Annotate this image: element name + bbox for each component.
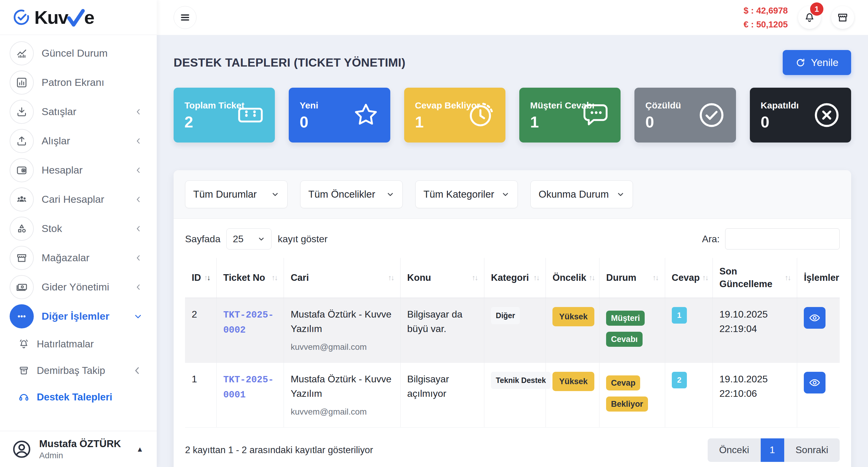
sidebar-subitem-destek-talepleri[interactable]: Destek Talepleri bbox=[0, 384, 157, 410]
column-header-id[interactable]: ID↑↓ bbox=[185, 258, 216, 298]
sidebar-item-guncel-durum[interactable]: Güncel Durum bbox=[0, 38, 157, 68]
brand-logo[interactable]: Kuv e bbox=[0, 0, 157, 35]
sidebar-item-cari-hesaplar[interactable]: Cari Hesaplar bbox=[0, 185, 157, 214]
refresh-button[interactable]: Yenile bbox=[783, 50, 851, 75]
bar-chart-icon bbox=[10, 70, 34, 95]
bell-icon bbox=[18, 338, 30, 350]
sidebar-subitem-label: Destek Talepleri bbox=[37, 392, 113, 403]
sidebar-item-label: Stok bbox=[41, 223, 62, 235]
sidebar-item-patron-ekrani[interactable]: Patron Ekranı bbox=[0, 68, 157, 97]
trend-chart-icon bbox=[10, 41, 34, 65]
column-header-ticket-no[interactable]: Ticket No↑↓ bbox=[216, 258, 284, 298]
x-circle-icon bbox=[812, 100, 841, 130]
column-header-cari[interactable]: Cari↑↓ bbox=[284, 258, 401, 298]
store-button[interactable] bbox=[831, 6, 854, 29]
sidebar-subitem-label: Demirbaş Takip bbox=[37, 365, 105, 376]
main-area: $ : 42,6978 € : 50,1205 1 DESTEK TALEPLE… bbox=[157, 0, 868, 467]
table-controls: Sayfada 25 kayıt göster Ara: bbox=[185, 228, 840, 249]
sidebar-item-magazalar[interactable]: Mağazalar bbox=[0, 243, 157, 272]
sidebar-item-label: Diğer İşlemler bbox=[41, 310, 110, 322]
chevron-down-icon bbox=[133, 312, 143, 321]
cell-son-guncelleme: 19.10.2025 22:10:06 bbox=[713, 363, 797, 427]
notifications-button[interactable]: 1 bbox=[798, 6, 821, 29]
cell-oncelik: Yüksek bbox=[546, 298, 599, 363]
user-role: Admin bbox=[39, 451, 121, 460]
caret-up-icon: ▲ bbox=[136, 445, 144, 454]
filter-priority-select[interactable]: Tüm Öncelikler bbox=[300, 181, 403, 208]
topbar: $ : 42,6978 € : 50,1205 1 bbox=[157, 0, 868, 35]
sidebar-subitem-demirbas-takip[interactable]: Demirbaş Takip bbox=[0, 357, 157, 384]
view-ticket-button[interactable] bbox=[804, 307, 826, 329]
sidebar-item-diger-islemler[interactable]: Diğer İşlemler bbox=[0, 302, 157, 331]
tickets-panel: Tüm Durumlar Tüm Öncelikler Tüm Kategori… bbox=[174, 170, 851, 467]
sidebar-item-satislar[interactable]: Satışlar bbox=[0, 97, 157, 126]
tickets-table: ID↑↓ Ticket No↑↓ Cari↑↓ Konu↑↓ Kategori↑… bbox=[185, 258, 840, 428]
sidebar-item-hesaplar[interactable]: Hesaplar bbox=[0, 155, 157, 185]
column-header-konu[interactable]: Konu↑↓ bbox=[401, 258, 484, 298]
view-ticket-button[interactable] bbox=[804, 372, 826, 394]
status-badge: Müşteri Cevabı bbox=[606, 311, 645, 347]
chevron-left-icon bbox=[134, 224, 143, 233]
cari-name: Mustafa Öztürk - Kuvve Yazılım bbox=[290, 374, 391, 399]
page-length-select[interactable]: 25 bbox=[226, 228, 272, 249]
sidebar-item-label: Mağazalar bbox=[41, 252, 90, 263]
table-footer: 2 kayıttan 1 - 2 arasındaki kayıtlar gös… bbox=[174, 428, 851, 467]
refresh-icon bbox=[795, 58, 806, 68]
cell-cari: Mustafa Öztürk - Kuvve Yazılımkuvvem@gma… bbox=[284, 298, 401, 363]
stat-card-musteri-cevabi: Müşteri Cevabı 1 bbox=[519, 88, 621, 143]
usd-rate: $ : 42,6978 bbox=[744, 4, 788, 18]
sidebar-item-stok[interactable]: Stok bbox=[0, 214, 157, 243]
page-length-value: 25 bbox=[233, 234, 244, 245]
pagination-page-1[interactable]: 1 bbox=[761, 438, 784, 462]
sort-icon: ↑↓ bbox=[784, 273, 790, 283]
pagination: Önceki 1 Sonraki bbox=[708, 438, 840, 462]
user-name: Mustafa ÖZTÜRK bbox=[39, 438, 121, 449]
ticket-link[interactable]: TKT-2025-0001 bbox=[223, 374, 274, 400]
chevron-down-icon bbox=[501, 190, 510, 198]
chevron-left-icon bbox=[134, 107, 143, 116]
records-info: 2 kayıttan 1 - 2 arasındaki kayıtlar gös… bbox=[185, 445, 373, 456]
filter-category-select[interactable]: Tüm Kategoriler bbox=[415, 181, 518, 208]
user-menu[interactable]: Mustafa ÖZTÜRK Admin ▲ bbox=[0, 431, 157, 467]
reply-count-badge: 2 bbox=[672, 372, 687, 388]
pagination-next[interactable]: Sonraki bbox=[784, 438, 840, 462]
length-prefix-label: Sayfada bbox=[185, 234, 220, 245]
cell-id: 2 bbox=[185, 298, 216, 363]
chevron-left-icon bbox=[134, 136, 143, 146]
sidebar-subitem-hatirlatmalar[interactable]: Hatırlatmalar bbox=[0, 331, 157, 357]
sidebar-item-gider-yonetimi[interactable]: Gider Yönetimi bbox=[0, 272, 157, 302]
sort-icon: ↑↓ bbox=[589, 273, 594, 283]
sidebar-item-label: Hesaplar bbox=[41, 164, 83, 176]
cell-cevap: 2 bbox=[665, 363, 713, 427]
column-header-son-guncelleme[interactable]: Son Güncelleme↑↓ bbox=[713, 258, 797, 298]
filter-category-value: Tüm Kategoriler bbox=[424, 189, 494, 200]
sidebar-nav: Güncel Durum Patron Ekranı Satışlar Alış… bbox=[0, 35, 157, 431]
sort-icon: ↑↓ bbox=[472, 273, 477, 283]
currency-rates: $ : 42,6978 € : 50,1205 bbox=[744, 4, 788, 32]
ticket-link[interactable]: TKT-2025-0002 bbox=[223, 310, 274, 336]
hamburger-icon bbox=[179, 11, 191, 24]
filter-read-status-select[interactable]: Okunma Durum bbox=[530, 181, 633, 208]
sidebar-item-label: Alışlar bbox=[41, 135, 70, 147]
people-icon bbox=[10, 187, 34, 212]
column-header-kategori[interactable]: Kategori↑↓ bbox=[484, 258, 546, 298]
chevron-left-icon bbox=[134, 253, 143, 262]
storefront-icon bbox=[837, 11, 849, 24]
column-header-durum[interactable]: Durum↑↓ bbox=[599, 258, 665, 298]
sidebar: Kuv e Güncel Durum Patron Ekranı Satışla… bbox=[0, 0, 157, 467]
stat-card-toplam-ticket: Toplam Ticket 2 bbox=[174, 88, 275, 143]
upload-icon bbox=[10, 129, 34, 153]
brand-name: Kuv e bbox=[34, 8, 94, 27]
cell-konu: Bilgisayar da büyü var. bbox=[401, 298, 484, 363]
stat-card-yeni: Yeni 0 bbox=[289, 88, 390, 143]
sidebar-item-label: Cari Hesaplar bbox=[41, 193, 104, 205]
menu-toggle-button[interactable] bbox=[174, 6, 196, 29]
filter-bar: Tüm Durumlar Tüm Öncelikler Tüm Kategori… bbox=[174, 170, 851, 219]
search-input[interactable] bbox=[725, 228, 840, 249]
pagination-previous[interactable]: Önceki bbox=[708, 438, 761, 462]
cell-oncelik: Yüksek bbox=[546, 363, 599, 427]
filter-status-select[interactable]: Tüm Durumlar bbox=[185, 181, 287, 208]
column-header-oncelik[interactable]: Öncelik↑↓ bbox=[546, 258, 599, 298]
column-header-cevap[interactable]: Cevap↑↓ bbox=[665, 258, 713, 298]
sidebar-item-alislar[interactable]: Alışlar bbox=[0, 126, 157, 155]
